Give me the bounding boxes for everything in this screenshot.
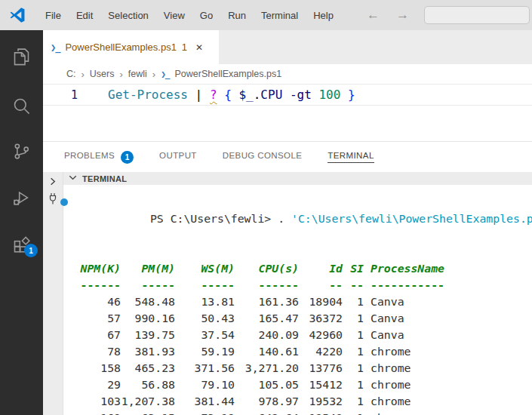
table-cell: Canva bbox=[364, 327, 532, 343]
panel-tab-problems[interactable]: PROBLEMS1 bbox=[64, 151, 134, 164]
extensions-icon[interactable]: 1 bbox=[11, 233, 32, 254]
explorer-icon[interactable] bbox=[11, 47, 32, 67]
table-cell: 642.64 bbox=[235, 410, 299, 415]
tab-label: PowerShellExamples.ps1 bbox=[65, 42, 176, 53]
code-token: $_ bbox=[238, 88, 253, 102]
terminal[interactable]: PS C:\Users\fewli> . 'C:\Users\fewli\Pow… bbox=[63, 185, 532, 415]
line-number: 1 bbox=[43, 88, 78, 102]
table-cell: -- bbox=[299, 277, 343, 294]
menubar: FileEditSelectionViewGoRunTerminalHelp bbox=[38, 10, 341, 21]
panel-tab-label: DEBUG CONSOLE bbox=[223, 151, 303, 163]
chevron-right-icon[interactable] bbox=[47, 176, 58, 190]
menu-item-terminal[interactable]: Terminal bbox=[254, 10, 306, 21]
command-success-decoration-icon[interactable] bbox=[60, 198, 68, 206]
table-cell: 548.48 bbox=[121, 294, 175, 310]
table-cell: 371.56 bbox=[175, 360, 235, 377]
menu-item-run[interactable]: Run bbox=[220, 10, 254, 21]
menu-item-help[interactable]: Help bbox=[306, 10, 341, 21]
menu-item-go[interactable]: Go bbox=[192, 10, 220, 21]
table-cell: 103 bbox=[69, 393, 121, 410]
code-token: Get-Process bbox=[108, 88, 188, 102]
plug-icon[interactable] bbox=[47, 192, 59, 211]
tab-bar: ❯_ PowerShellExamples.ps1 1 ✕ bbox=[43, 30, 532, 64]
table-cell: 1 bbox=[343, 360, 364, 377]
panel-tab-output[interactable]: OUTPUT bbox=[159, 151, 197, 163]
table-cell: 240.09 bbox=[235, 327, 299, 343]
table-cell: ------ bbox=[235, 277, 299, 294]
chevron-right-icon: › bbox=[120, 69, 123, 80]
table-cell: ------ bbox=[69, 277, 121, 294]
code-token bbox=[188, 88, 195, 102]
code-token: . bbox=[254, 88, 261, 102]
tab-powershellexamples[interactable]: ❯_ PowerShellExamples.ps1 1 ✕ bbox=[43, 30, 219, 64]
powershell-file-icon: ❯_ bbox=[161, 69, 169, 79]
chevron-right-icon: › bbox=[81, 69, 85, 80]
source-control-icon[interactable] bbox=[11, 141, 32, 161]
terminal-section-title: TERMINAL bbox=[82, 174, 127, 183]
table-cell: 29 bbox=[69, 377, 121, 393]
table-cell: 19532 bbox=[299, 393, 343, 410]
table-cell: 1 bbox=[343, 393, 364, 410]
breadcrumb-segment[interactable]: C: bbox=[66, 69, 76, 79]
menu-item-view[interactable]: View bbox=[156, 10, 192, 21]
run-and-debug-icon[interactable] bbox=[11, 188, 32, 208]
history-forward-icon[interactable]: → bbox=[396, 8, 409, 23]
table-cell: chrome bbox=[364, 377, 532, 393]
extensions-badge: 1 bbox=[24, 244, 38, 257]
table-cell: chrome bbox=[364, 410, 532, 415]
table-cell: 165.47 bbox=[235, 310, 299, 327]
table-cell: 105.05 bbox=[235, 377, 299, 393]
panel-tab-label: OUTPUT bbox=[159, 151, 197, 163]
menu-item-edit[interactable]: Edit bbox=[69, 10, 100, 21]
table-cell: chrome bbox=[364, 360, 532, 377]
code-token bbox=[202, 88, 210, 102]
panel-tab-terminal[interactable]: TERMINAL bbox=[328, 151, 374, 163]
problems-count-badge: 1 bbox=[121, 151, 134, 164]
chevron-right-icon: › bbox=[152, 69, 155, 80]
table-row: 1031,207.38381.44978.97195321chrome bbox=[69, 393, 532, 410]
menu-item-selection[interactable]: Selection bbox=[100, 10, 155, 21]
table-cell: 3,271.20 bbox=[235, 360, 299, 377]
table-cell: 1 bbox=[343, 310, 364, 327]
table-cell: 381.93 bbox=[121, 343, 175, 360]
table-cell: 158 bbox=[69, 360, 121, 377]
code-token bbox=[340, 88, 348, 102]
table-cell: PM(M) bbox=[121, 260, 175, 277]
code-token bbox=[282, 88, 290, 102]
command-center-search[interactable] bbox=[424, 6, 530, 24]
close-tab-icon[interactable]: ✕ bbox=[195, 42, 203, 53]
panel-tab-debug-console[interactable]: DEBUG CONSOLE bbox=[223, 151, 303, 163]
table-cell: 36372 bbox=[299, 310, 343, 327]
menu-item-file[interactable]: File bbox=[38, 10, 69, 21]
breadcrumb-file[interactable]: PowerShellExamples.ps1 bbox=[174, 69, 281, 79]
table-cell: WS(M) bbox=[175, 260, 235, 277]
table-cell: 140.61 bbox=[235, 343, 299, 360]
table-cell: 19548 bbox=[299, 410, 343, 415]
table-row: 46548.4813.81161.36189041Canva bbox=[69, 294, 532, 310]
breadcrumb-segment[interactable]: fewli bbox=[128, 69, 147, 79]
code-token: -gt bbox=[290, 88, 312, 102]
table-cell: Id bbox=[299, 260, 343, 277]
terminal-section-header[interactable]: TERMINAL bbox=[63, 172, 532, 185]
breadcrumb-segment[interactable]: Users bbox=[90, 69, 115, 79]
table-cell: 78 bbox=[69, 343, 121, 360]
table-cell: 73.19 bbox=[175, 410, 235, 415]
table-cell: 465.23 bbox=[121, 360, 175, 377]
table-cell: chrome bbox=[364, 343, 532, 360]
activity-bar: 1 bbox=[0, 30, 43, 415]
table-row: 67139.7537.54240.09429601Canva bbox=[69, 327, 532, 343]
code-token bbox=[232, 88, 239, 102]
chevron-down-icon bbox=[67, 172, 78, 185]
panel-tab-label: TERMINAL bbox=[328, 151, 374, 163]
table-cell: 990.16 bbox=[121, 310, 175, 327]
table-cell: 1,207.38 bbox=[121, 393, 175, 410]
table-cell: 13.81 bbox=[175, 294, 235, 310]
history-back-icon[interactable]: ← bbox=[367, 8, 380, 23]
search-icon[interactable] bbox=[11, 96, 32, 116]
powershell-file-icon: ❯_ bbox=[51, 42, 60, 53]
table-cell: 978.97 bbox=[235, 393, 299, 410]
table-row: 16963.1573.19642.64195481chrome bbox=[69, 410, 532, 415]
code-token: CPU bbox=[260, 88, 282, 102]
code-token: } bbox=[348, 88, 355, 102]
editor[interactable]: 1 Get-Process | ? { $_.CPU -gt 100 } bbox=[43, 84, 532, 141]
